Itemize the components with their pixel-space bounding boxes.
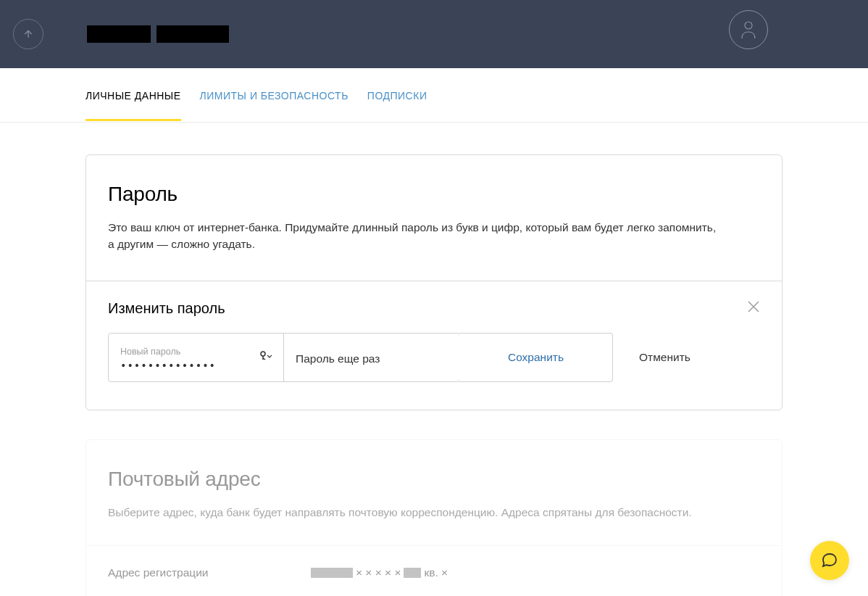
password-key-icon[interactable]	[260, 351, 272, 364]
tab-subscriptions[interactable]: ПОДПИСКИ	[367, 70, 427, 121]
tabs-nav: ЛИЧНЫЕ ДАННЫЕ ЛИМИТЫ И БЕЗОПАСНОСТЬ ПОДП…	[0, 68, 868, 123]
upload-button[interactable]	[13, 19, 43, 49]
new-password-value: ••••••••••••••	[120, 360, 272, 371]
registration-address-label: Адрес регистрации	[108, 566, 311, 579]
change-password-title: Изменить пароль	[108, 300, 760, 317]
new-password-input[interactable]: Новый пароль ••••••••••••••	[109, 334, 284, 381]
close-icon	[747, 300, 760, 313]
repeat-password-placeholder: Пароль еще раз	[296, 352, 448, 365]
new-password-label: Новый пароль	[120, 347, 272, 357]
registration-address-row: Адрес регистрации × × × × × кв. ×	[86, 545, 782, 596]
password-card-header: Пароль Это ваш ключ от интернет-банка. П…	[86, 155, 782, 281]
arrow-up-icon	[22, 28, 34, 40]
password-card: Пароль Это ваш ключ от интернет-банка. П…	[85, 154, 783, 410]
address-description: Выберите адрес, куда банк будет направля…	[108, 504, 724, 521]
address-card: Почтовый адрес Выберите адрес, куда банк…	[85, 439, 783, 597]
key-icon	[260, 351, 272, 361]
tab-limits-security[interactable]: ЛИМИТЫ И БЕЗОПАСНОСТЬ	[200, 70, 349, 121]
user-name	[87, 25, 229, 43]
password-form-row: Новый пароль •••••••••••••• Пароль еще р…	[108, 333, 760, 382]
cancel-button[interactable]: Отменить	[613, 333, 717, 382]
main-content: Пароль Это ваш ключ от интернет-банка. П…	[0, 154, 868, 596]
password-description: Это ваш ключ от интернет-банка. Придумай…	[108, 219, 724, 253]
redacted-address-part-2	[404, 568, 421, 578]
chat-icon	[820, 551, 839, 570]
chat-button[interactable]	[810, 541, 849, 580]
svg-point-1	[261, 352, 265, 356]
redacted-address-part-1	[311, 568, 353, 578]
svg-point-0	[745, 22, 752, 29]
user-icon	[740, 20, 757, 40]
repeat-password-input[interactable]: Пароль еще раз	[284, 334, 459, 381]
address-title: Почтовый адрес	[108, 468, 760, 491]
masked-middle: × × × × ×	[356, 566, 401, 579]
password-title: Пароль	[108, 183, 760, 206]
masked-suffix: кв. ×	[424, 566, 448, 579]
save-button[interactable]: Сохранить	[459, 333, 613, 382]
profile-button[interactable]	[729, 10, 768, 49]
password-input-group: Новый пароль •••••••••••••• Пароль еще р…	[108, 333, 460, 382]
redacted-first-name	[87, 25, 151, 43]
registration-address-value: × × × × × кв. ×	[311, 566, 448, 579]
tab-personal-data[interactable]: ЛИЧНЫЕ ДАННЫЕ	[85, 70, 181, 121]
close-button[interactable]	[747, 300, 760, 313]
redacted-last-name	[157, 25, 229, 43]
app-header	[0, 0, 868, 68]
change-password-section: Изменить пароль Новый пароль •••••••••••…	[86, 281, 782, 410]
